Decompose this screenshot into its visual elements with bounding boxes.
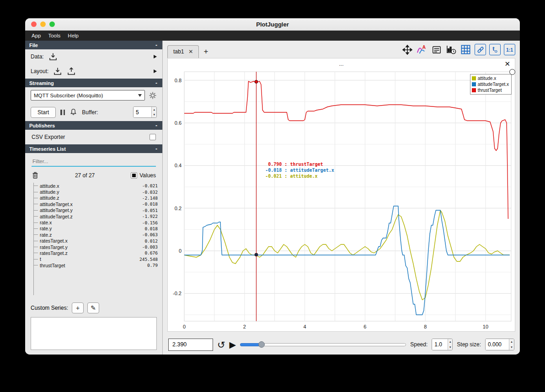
csv-exporter-checkbox[interactable] xyxy=(150,134,156,140)
custom-series-list[interactable] xyxy=(31,317,157,350)
play-icon[interactable]: ▶ xyxy=(230,340,236,349)
step-increment-button[interactable]: ▲ xyxy=(509,339,514,344)
list-item[interactable]: ratesTarget.z0.676 xyxy=(33,250,158,256)
move-tool-icon[interactable] xyxy=(401,44,413,55)
close-window-button[interactable] xyxy=(31,21,37,27)
curve-style-icon[interactable]: A xyxy=(416,44,427,55)
section-header-streaming[interactable]: Streaming - xyxy=(25,79,162,87)
loop-icon[interactable]: ↺ xyxy=(217,340,225,350)
list-item[interactable]: ratesTarget.y-0.003 xyxy=(33,244,158,250)
zoom-window-button[interactable] xyxy=(49,21,55,27)
list-item[interactable]: rate.x-0.156 xyxy=(33,219,158,225)
legend-entry[interactable]: thrustTarget xyxy=(472,87,509,93)
list-item[interactable]: attitude.z-2.148 xyxy=(33,195,158,201)
tree-branch-icon xyxy=(33,228,38,229)
pause-icon[interactable] xyxy=(60,110,65,115)
time-slider[interactable] xyxy=(240,340,406,349)
section-header-file[interactable]: File - xyxy=(25,41,162,49)
timeseries-value: -0.018 xyxy=(142,201,158,207)
list-item[interactable]: t245.548 xyxy=(33,256,158,262)
minimize-window-button[interactable] xyxy=(40,21,46,27)
list-item[interactable]: rate.z-0.063 xyxy=(33,232,158,238)
menu-tools[interactable]: Tools xyxy=(44,33,64,38)
menu-app[interactable]: App xyxy=(28,33,44,38)
streaming-source-select[interactable]: MQTT Subscriber (Mosquitto) xyxy=(31,90,145,101)
speed-decrement-button[interactable]: ▼ xyxy=(448,344,452,350)
buffer-decrement-button[interactable]: ▼ xyxy=(152,112,156,118)
edit-custom-series-button[interactable]: ✎ xyxy=(87,302,99,313)
timeseries-value: 0.676 xyxy=(144,250,158,255)
layout-label: Layout: xyxy=(31,68,48,74)
streaming-source-value: MQTT Subscriber (Mosquitto) xyxy=(34,93,103,98)
step-decrement-button[interactable]: ▼ xyxy=(509,344,514,350)
list-item[interactable]: attitudeTarget.y-0.051 xyxy=(33,207,158,213)
list-item[interactable]: ratesTarget.x0.012 xyxy=(33,238,158,244)
list-item[interactable]: thrustTarget0.79 xyxy=(33,262,158,268)
legend-entry[interactable]: attitudeTarget.x xyxy=(472,81,509,87)
playback-controls: ↺ ▶ Speed: ▲ ▼ Step size: xyxy=(163,334,520,355)
plot-close-icon[interactable]: ✕ xyxy=(504,60,510,68)
filter-input[interactable] xyxy=(32,157,156,167)
plot-svg[interactable]: -0.200.20.40.60.80246810 xyxy=(168,70,515,331)
values-checkbox[interactable] xyxy=(131,172,137,179)
collapse-icon[interactable]: - xyxy=(155,80,158,86)
tab-tab1[interactable]: tab1 ✕ xyxy=(167,45,199,58)
load-layout-icon[interactable] xyxy=(53,67,62,75)
legend-entry[interactable]: attitude.x xyxy=(472,75,509,81)
svg-text:0.4: 0.4 xyxy=(175,163,182,168)
t0-reference-time-icon[interactable]: tO xyxy=(489,44,501,55)
plot-canvas[interactable]: -0.200.20.40.60.80246810 0.790 : thrustT… xyxy=(168,70,515,331)
streaming-settings-gear-icon[interactable] xyxy=(149,91,157,100)
tracker-readout-line: 0.790 : thrustTarget xyxy=(262,161,334,167)
slider-handle[interactable] xyxy=(258,341,265,348)
section-header-timeseries[interactable]: Timeseries List - xyxy=(25,144,162,153)
app-window: PlotJuggler App Tools Help File - Data: xyxy=(25,18,520,355)
section-header-publishers[interactable]: Publishers - xyxy=(25,121,162,130)
list-item[interactable]: rate.y0.018 xyxy=(33,226,158,232)
svg-text:-0.2: -0.2 xyxy=(173,291,182,296)
list-item[interactable]: attitude.y-0.032 xyxy=(33,189,158,195)
tree-branch-icon xyxy=(33,234,38,235)
timeseries-count: 27 of 27 xyxy=(39,172,131,179)
collapse-icon[interactable]: - xyxy=(155,42,158,48)
save-layout-icon[interactable] xyxy=(67,67,76,75)
plot-corner-handle[interactable] xyxy=(509,69,515,75)
ratio-1to1-icon[interactable]: 1:1 xyxy=(504,44,515,55)
link-axes-icon[interactable] xyxy=(475,44,486,55)
grid-layout-icon[interactable] xyxy=(460,44,471,55)
timeseries-value: -0.051 xyxy=(142,208,158,213)
collapse-icon[interactable]: - xyxy=(155,146,158,152)
datetime-icon[interactable] xyxy=(445,44,457,55)
trash-icon[interactable] xyxy=(32,171,39,179)
buffer-increment-button[interactable]: ▲ xyxy=(152,107,156,112)
notifications-bell-icon[interactable] xyxy=(69,108,77,116)
layout-expand-arrow[interactable] xyxy=(154,69,157,73)
collapse-icon[interactable]: - xyxy=(155,122,158,129)
step-size-input[interactable] xyxy=(486,339,509,350)
list-item[interactable]: attitude.x-0.021 xyxy=(33,183,158,189)
timeseries-value: -2.148 xyxy=(142,196,158,201)
timeseries-name: attitude.z xyxy=(40,195,142,201)
plot-legend[interactable]: attitude.xattitudeTarget.xthrustTarget xyxy=(470,74,512,95)
svg-text:4: 4 xyxy=(304,324,306,329)
window-title: PlotJuggler xyxy=(25,21,520,28)
list-item[interactable]: attitudeTarget.x-0.018 xyxy=(33,201,158,207)
menu-help[interactable]: Help xyxy=(64,33,82,38)
legend-list-icon[interactable] xyxy=(431,44,442,55)
publishers-section-title: Publishers xyxy=(29,123,55,128)
data-expand-arrow[interactable] xyxy=(154,55,157,58)
current-time-input[interactable] xyxy=(168,339,213,351)
speed-input[interactable] xyxy=(432,339,448,350)
speed-increment-button[interactable]: ▲ xyxy=(448,339,452,344)
list-item[interactable]: attitudeTarget.z-1.922 xyxy=(33,213,158,219)
add-tab-button[interactable]: + xyxy=(199,47,213,58)
add-custom-series-button[interactable]: + xyxy=(72,302,84,313)
buffer-input[interactable] xyxy=(134,107,151,117)
data-row: Data: xyxy=(25,49,162,64)
svg-text:A: A xyxy=(422,44,426,50)
load-data-icon[interactable] xyxy=(48,53,58,61)
timeseries-value: -0.021 xyxy=(142,183,158,188)
start-button[interactable]: Start xyxy=(31,107,56,118)
tab-close-icon[interactable]: ✕ xyxy=(188,48,193,55)
slider-track[interactable] xyxy=(240,343,406,346)
